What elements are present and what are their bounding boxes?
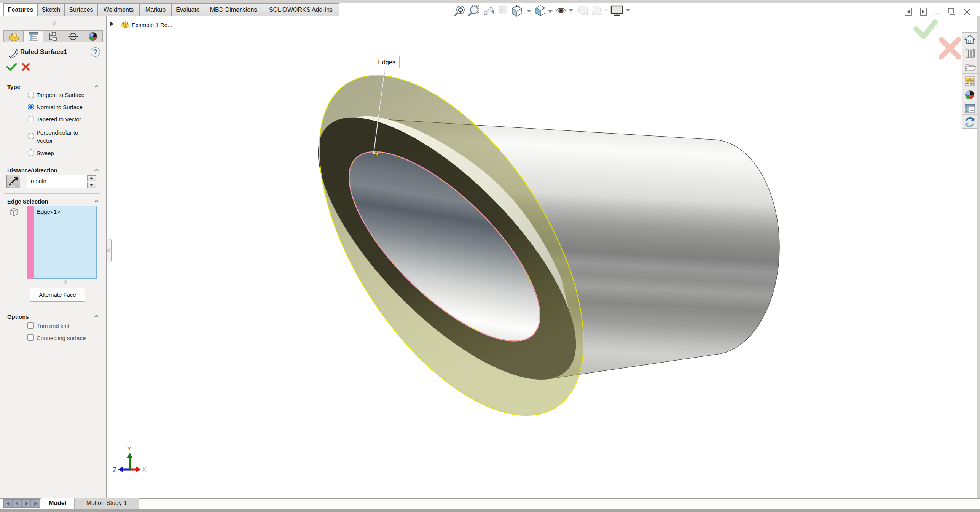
svg-text:Z: Z: [113, 467, 117, 473]
svg-text:Edges: Edges: [378, 59, 395, 65]
svg-text:X: X: [142, 466, 147, 473]
svg-text:Y: Y: [127, 446, 131, 452]
